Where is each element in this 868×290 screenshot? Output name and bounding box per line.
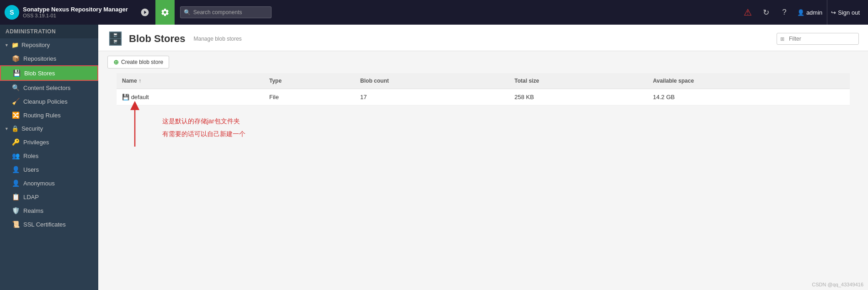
filter-icon: ⊞ [780, 36, 784, 42]
sidebar-item-content-selectors[interactable]: 🔍 Content Selectors [0, 81, 98, 95]
create-btn-label: Create blob store [121, 59, 163, 65]
sidebar-item-realms[interactable]: 🛡️ Realms [0, 204, 98, 217]
sidebar-item-ldap[interactable]: 📋 LDAP [0, 190, 98, 204]
users-icon: 👤 [12, 166, 20, 173]
nav-icons [135, 0, 175, 25]
brand-version: OSS 3.19.1-01 [23, 13, 128, 19]
ldap-label: LDAP [23, 194, 39, 200]
users-label: Users [23, 166, 39, 173]
content-selectors-label: Content Selectors [23, 84, 70, 91]
anonymous-icon: 👤 [12, 179, 20, 187]
realms-icon: 🛡️ [12, 207, 20, 214]
brand-text: Sonatype Nexus Repository Manager OSS 3.… [23, 6, 128, 19]
triangle-icon-2: ▼ [5, 127, 9, 131]
browse-icon-btn[interactable] [135, 0, 154, 25]
brand-logo: S [5, 5, 19, 20]
privileges-icon: 🔑 [12, 138, 20, 146]
admin-icon: 👤 [797, 9, 804, 16]
signout-button[interactable]: ↪ Sign out [827, 0, 863, 25]
cleanup-policies-icon: 🧹 [12, 98, 20, 105]
search-input[interactable] [180, 6, 272, 18]
col-blob-count: Blob count [355, 73, 509, 89]
ssl-label: SSL Certificates [23, 221, 66, 228]
sidebar: Administration ▼ 📁 Repository 📦 Reposito… [0, 25, 98, 290]
routing-rules-icon: 🔀 [12, 111, 20, 119]
row-available-space-cell: 14.2 GB [648, 89, 850, 105]
signout-label: Sign out [838, 9, 860, 16]
sidebar-item-ssl-certificates[interactable]: 📜 SSL Certificates [0, 217, 98, 231]
signout-icon: ↪ [831, 9, 836, 16]
blob-table-container: Name ↑ Type Blob count Total size Availa [98, 73, 868, 105]
roles-icon: 👥 [12, 152, 20, 159]
annotation-line1: 这是默认的存储jar包文件夹 [162, 115, 868, 127]
annotation-arrow-svg [112, 101, 158, 156]
page-title: Blob Stores [129, 33, 185, 45]
cleanup-policies-label: Cleanup Policies [23, 98, 68, 105]
routing-rules-label: Routing Rules [23, 112, 61, 119]
settings-icon-btn[interactable] [155, 0, 175, 25]
page-icon: 🗄️ [107, 31, 123, 46]
repo-section-icon: 📁 [11, 42, 19, 48]
alert-icon[interactable]: ⚠ [740, 0, 756, 25]
filter-wrap: ⊞ [777, 33, 859, 45]
row-name: default [131, 94, 149, 100]
sidebar-item-cleanup-policies[interactable]: 🧹 Cleanup Policies [0, 95, 98, 108]
security-section-label: Security [21, 125, 43, 132]
sidebar-item-anonymous[interactable]: 👤 Anonymous [0, 176, 98, 190]
topnav-right: ⚠ ↻ ? 👤 admin ↪ Sign out [740, 0, 863, 25]
blob-stores-label: Blob Stores [24, 70, 55, 77]
anonymous-label: Anonymous [23, 180, 55, 187]
sidebar-admin-label: Administration [0, 25, 98, 38]
sidebar-item-routing-rules[interactable]: 🔀 Routing Rules [0, 108, 98, 122]
row-blob-count-cell: 17 [355, 89, 509, 105]
row-total-size-cell: 258 KB [509, 89, 648, 105]
blob-stores-icon: 💾 [13, 69, 21, 77]
repo-section-label: Repository [21, 42, 50, 48]
sidebar-item-repositories[interactable]: 📦 Repositories [0, 52, 98, 65]
blob-table: Name ↑ Type Blob count Total size Availa [117, 73, 850, 105]
ldap-icon: 📋 [12, 193, 20, 200]
realms-label: Realms [23, 207, 43, 214]
content-area: 🗄️ Blob Stores Manage blob stores ⊞ ⊕ Cr… [98, 25, 868, 290]
annotation-area: 这是默认的存储jar包文件夹 有需要的话可以自己新建一个 [98, 105, 868, 290]
roles-label: Roles [23, 153, 38, 159]
sidebar-item-privileges[interactable]: 🔑 Privileges [0, 135, 98, 149]
table-row[interactable]: 💾 default File 17 258 KB 14.2 GB [117, 89, 850, 105]
admin-button[interactable]: 👤 admin [794, 9, 825, 16]
filter-input[interactable] [777, 33, 859, 45]
main-layout: Administration ▼ 📁 Repository 📦 Reposito… [0, 25, 868, 290]
sidebar-item-users[interactable]: 👤 Users [0, 163, 98, 176]
col-available-space: Available space [648, 73, 850, 89]
row-type-cell: File [264, 89, 355, 105]
sidebar-item-roles[interactable]: 👥 Roles [0, 149, 98, 163]
ssl-icon: 📜 [12, 221, 20, 228]
content-toolbar: ⊕ Create blob store [98, 51, 868, 73]
sidebar-item-blob-stores[interactable]: 💾 Blob Stores [0, 65, 98, 81]
search-wrap: 🔍 [180, 6, 272, 18]
plus-icon: ⊕ [113, 58, 119, 66]
refresh-icon[interactable]: ↻ [758, 0, 774, 25]
table-header-row: Name ↑ Type Blob count Total size Availa [117, 73, 850, 89]
repositories-label: Repositories [23, 55, 56, 62]
repositories-icon: 📦 [12, 55, 20, 62]
help-icon[interactable]: ? [776, 0, 793, 25]
top-navigation: S Sonatype Nexus Repository Manager OSS … [0, 0, 868, 25]
brand-title: Sonatype Nexus Repository Manager [23, 6, 128, 13]
annotation-line2: 有需要的话可以自己新建一个 [162, 127, 868, 140]
content-selectors-icon: 🔍 [12, 84, 20, 91]
content-header: 🗄️ Blob Stores Manage blob stores ⊞ [98, 25, 868, 51]
brand: S Sonatype Nexus Repository Manager OSS … [5, 5, 128, 20]
search-icon: 🔍 [184, 9, 191, 16]
col-name: Name ↑ [117, 73, 264, 89]
page-subtitle: Manage blob stores [193, 36, 241, 42]
col-total-size: Total size [509, 73, 648, 89]
create-blob-store-button[interactable]: ⊕ Create blob store [107, 56, 169, 69]
watermark: CSDN @qq_43349416 [812, 282, 863, 287]
triangle-icon: ▼ [5, 43, 9, 47]
admin-label: admin [806, 9, 822, 16]
sidebar-section-repository[interactable]: ▼ 📁 Repository [0, 38, 98, 52]
sidebar-section-security[interactable]: ▼ 🔒 Security [0, 122, 98, 135]
privileges-label: Privileges [23, 139, 49, 146]
annotation-text: 这是默认的存储jar包文件夹 有需要的话可以自己新建一个 [162, 115, 868, 140]
security-section-icon: 🔒 [11, 125, 19, 132]
